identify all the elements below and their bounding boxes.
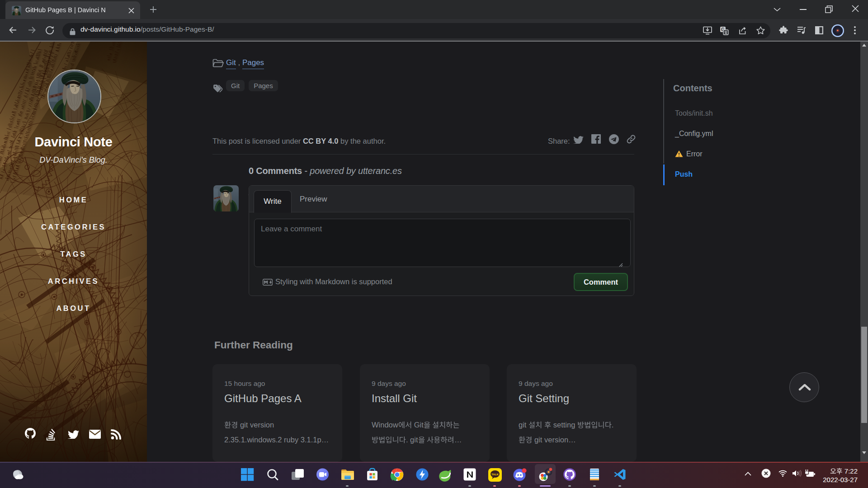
svg-text:TALK: TALK (491, 473, 499, 476)
